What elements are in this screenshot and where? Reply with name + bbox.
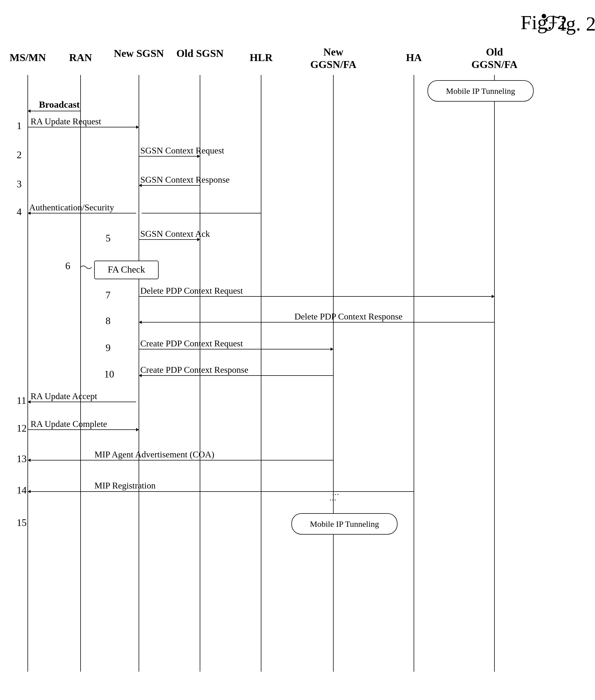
mobile-ip-tunneling-bottom-label: Mobile IP Tunneling xyxy=(310,519,379,528)
msg-5-label: SGSN Context Ack xyxy=(140,229,210,239)
msg-9-arrow xyxy=(331,347,333,351)
step-6-squiggle xyxy=(81,266,92,269)
step-10: 10 xyxy=(104,369,114,380)
msg-broadcast-label: Broadcast xyxy=(39,99,80,110)
step-7: 7 xyxy=(106,290,111,301)
msg-broadcast-arrow xyxy=(28,109,31,113)
msg-12-label: RA Update Complete xyxy=(31,419,107,429)
col-header-ran: RAN xyxy=(69,52,92,63)
msg-13-label: MIP Agent Advertisement (COA) xyxy=(94,449,215,459)
step-14: 14 xyxy=(17,485,27,496)
msg-7-label: Delete PDP Context Request xyxy=(140,285,243,296)
msg-13-arrow xyxy=(28,459,31,462)
step-9: 9 xyxy=(106,342,111,353)
col-header-hlr: HLR xyxy=(250,52,273,63)
msg-4-label: Authentication/Security xyxy=(29,202,114,212)
col-header-newggsn-1: New xyxy=(323,46,343,58)
mobile-ip-tunneling-top-label: Mobile IP Tunneling xyxy=(446,86,515,95)
step-2: 2 xyxy=(17,149,22,160)
col-header-oldsgsn: Old SGSN xyxy=(176,48,224,59)
step-6: 6 xyxy=(65,260,70,271)
fig-dot xyxy=(542,14,546,18)
step-12: 12 xyxy=(17,423,27,434)
msg-2-label: SGSN Context Request xyxy=(140,146,224,155)
msg-14-dots2: ⋯ xyxy=(329,496,336,504)
step-8: 8 xyxy=(106,315,111,326)
msg-8-label: Delete PDP Context Response xyxy=(294,311,402,322)
col-header-oldggsn-1: Old xyxy=(486,46,503,58)
step-11: 11 xyxy=(17,395,26,406)
col-header-ha: HA xyxy=(406,52,422,63)
col-header-oldggsn-2: GGSN/FA xyxy=(472,59,518,70)
msg-14-arrow xyxy=(28,490,31,493)
col-header-newsgsn: New SGSN xyxy=(114,48,164,59)
msg-8-arrow xyxy=(139,321,142,324)
msg-14-label: MIP Registration xyxy=(94,481,155,490)
step-3: 3 xyxy=(17,179,22,189)
sequence-diagram: ℱig. 2 MS/MN RAN New SGSN Old SGSN HLR N… xyxy=(0,0,595,700)
msg-7-arrow xyxy=(492,295,494,298)
step-4: 4 xyxy=(17,206,22,217)
msg-12-arrow xyxy=(136,428,139,431)
col-header-newggsn-2: GGSN/FA xyxy=(310,59,357,70)
msg-10-label: Create PDP Context Response xyxy=(140,365,248,375)
msg-11-arrow xyxy=(28,400,31,403)
step-15: 15 xyxy=(17,517,27,528)
fa-check-label: FA Check xyxy=(108,264,145,274)
fig-label-text: ℱig. 2 xyxy=(544,13,595,35)
col-header-msmn: MS/MN xyxy=(10,52,46,63)
msg-3-label: SGSN Context Response xyxy=(140,175,230,185)
msg-1-label: RA Update Request xyxy=(31,116,101,126)
step-1: 1 xyxy=(17,120,22,131)
msg-11-label: RA Update Accept xyxy=(31,391,97,401)
msg-9-label: Create PDP Context Request xyxy=(140,338,243,348)
msg-1-arrow xyxy=(136,125,139,129)
step-5: 5 xyxy=(106,233,111,244)
page: Fig. 2 ℱig. 2 MS/MN RAN New SGSN Old SGS… xyxy=(0,0,595,700)
step-13: 13 xyxy=(17,453,27,464)
